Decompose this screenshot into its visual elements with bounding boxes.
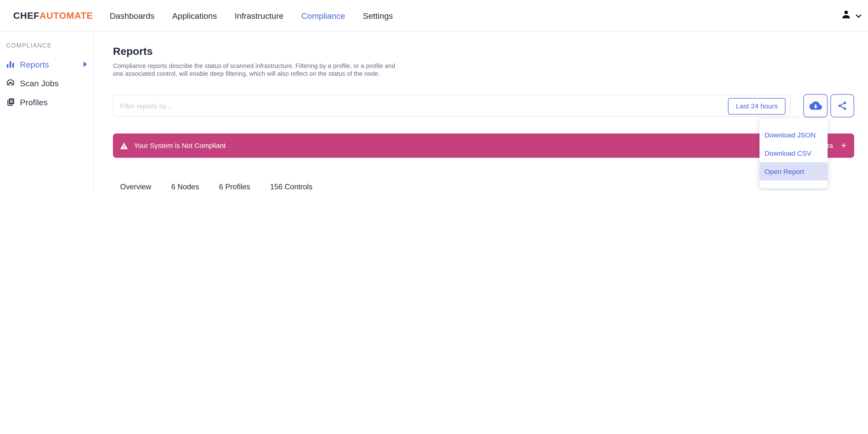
chef-automate-logo[interactable]: CHEFAUTOMATE (13, 10, 93, 21)
chevron-down-icon[interactable] (856, 10, 861, 21)
nav-user-area[interactable] (841, 9, 868, 22)
banner-right-partial-text: ta (827, 142, 833, 150)
sidebar-item-reports[interactable]: Reports (0, 55, 94, 73)
filter-bar: Last 24 hours (113, 95, 790, 117)
sidebar-item-label: Reports (20, 59, 49, 69)
share-button[interactable] (830, 94, 854, 117)
main-content: Reports Compliance reports describe the … (95, 32, 868, 191)
banner-right-control: ta + (827, 141, 846, 150)
download-menu: Download JSON Download CSV Open Report (760, 118, 828, 188)
sidebar-list: Reports Scan Jobs Profiles (0, 55, 94, 111)
compliance-banner: Your System is Not Compliant ta + (113, 133, 855, 158)
menu-item-open-report[interactable]: Open Report (760, 162, 828, 181)
tab-profiles[interactable]: 6 Profiles (212, 177, 257, 191)
top-nav: CHEFAUTOMATE Dashboards Applications Inf… (0, 0, 868, 32)
sidebar-item-scan-jobs[interactable]: Scan Jobs (0, 73, 94, 92)
share-icon (838, 101, 847, 111)
report-tabs: Overview 6 Nodes 6 Profiles 156 Controls (113, 177, 320, 191)
caret-right-icon (84, 61, 87, 67)
page-title: Reports (113, 45, 153, 58)
filter-input[interactable] (119, 96, 708, 117)
cloud-download-icon (809, 101, 822, 111)
nav-item-infrastructure[interactable]: Infrastructure (235, 11, 284, 20)
page-description-line2: one associated control, will enable deep… (113, 70, 395, 78)
menu-item-download-json[interactable]: Download JSON (760, 126, 828, 144)
sidebar-item-profiles[interactable]: Profiles (0, 92, 94, 111)
person-icon[interactable] (841, 9, 851, 22)
banner-plus-button[interactable]: + (841, 141, 846, 150)
nav-item-compliance[interactable]: Compliance (301, 11, 345, 20)
app-root: CHEFAUTOMATE Dashboards Applications Inf… (0, 0, 868, 191)
sidebar-item-label: Profiles (20, 97, 48, 107)
logo-automate: AUTOMATE (39, 10, 93, 20)
nav-item-settings[interactable]: Settings (363, 11, 393, 20)
tab-controls[interactable]: 156 Controls (263, 177, 320, 191)
bar-chart-icon (6, 60, 15, 68)
page-description: Compliance reports describe the status o… (113, 62, 395, 78)
time-range-button[interactable]: Last 24 hours (728, 98, 786, 115)
nav-item-dashboards[interactable]: Dashboards (110, 11, 154, 20)
download-button[interactable] (803, 94, 828, 117)
tab-nodes[interactable]: 6 Nodes (164, 177, 206, 191)
warning-icon (120, 142, 128, 149)
sidebar: COMPLIANCE Reports Scan Jobs Profiles (0, 32, 94, 191)
banner-message: Your System is Not Compliant (134, 142, 225, 150)
nav-item-applications[interactable]: Applications (172, 11, 217, 20)
sidebar-item-label: Scan Jobs (20, 79, 59, 88)
menu-item-download-csv[interactable]: Download CSV (760, 144, 828, 162)
tab-overview[interactable]: Overview (113, 177, 159, 191)
page-description-line1: Compliance reports describe the status o… (113, 62, 395, 70)
profiles-icon (6, 97, 15, 106)
nav-links: Dashboards Applications Infrastructure C… (110, 11, 393, 20)
logo-chef: CHEF (13, 10, 40, 20)
sidebar-section-label: COMPLIANCE (0, 42, 94, 50)
scan-jobs-icon (6, 79, 15, 88)
